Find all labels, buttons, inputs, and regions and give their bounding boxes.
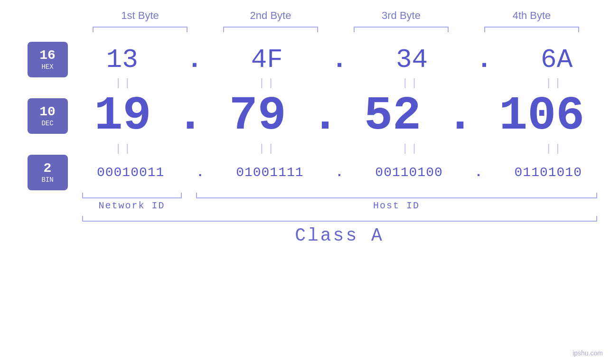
dec-badge-number: 10 [39, 105, 56, 120]
byte4-label: 4th Byte [479, 9, 584, 22]
bin-val-2: 01001111 [236, 165, 303, 180]
dec-row: 10 DEC 19 . 79 . 52 . 106 [13, 89, 597, 143]
eq2-3: || [392, 143, 430, 155]
equals-row-1: || || || || [13, 77, 597, 89]
byte3-label: 3rd Byte [349, 9, 453, 22]
byte1-label: 1st Byte [88, 9, 192, 22]
dec-dot-2: . [311, 89, 339, 143]
dec-badge: 10 DEC [28, 98, 68, 134]
dec-val-1: 19 [94, 89, 151, 143]
host-bracket-group: Host ID [196, 193, 597, 211]
hex-val-3: 34 [396, 45, 428, 75]
bottom-brackets-row: Network ID Host ID [13, 193, 597, 211]
hex-dot-2: . [331, 45, 347, 75]
hex-badge: 16 HEX [28, 42, 68, 77]
top-brackets [75, 27, 597, 32]
hex-values: 13 . 4F . 34 . 6A [82, 45, 597, 75]
bin-row: 2 BIN 00010011 . 01001111 . 00110100 . 0… [13, 155, 597, 190]
byte-headers: 1st Byte 2nd Byte 3rd Byte 4th Byte [75, 9, 597, 22]
dec-val-2: 79 [229, 89, 286, 143]
host-id-label: Host ID [373, 200, 420, 211]
dec-badge-area: 10 DEC [13, 98, 82, 134]
bin-dot-2: . [333, 165, 345, 180]
equals-row-2: || || || || [13, 143, 597, 155]
bin-val-3: 00110100 [375, 165, 442, 180]
bin-badge-number: 2 [44, 161, 52, 176]
bin-badge: 2 BIN [28, 155, 68, 190]
bracket-top-2 [223, 27, 318, 32]
dec-val-4: 106 [499, 89, 584, 143]
eq1-values: || || || || [82, 77, 597, 89]
eq1-4: || [535, 77, 573, 89]
bin-val-4: 01101010 [515, 165, 582, 180]
bin-dot-1: . [194, 165, 206, 180]
bin-badge-label: BIN [41, 176, 53, 184]
dec-dot-1: . [176, 89, 205, 143]
dec-badge-label: DEC [41, 120, 53, 127]
bin-dot-3: . [473, 165, 485, 180]
bracket-top-4 [484, 27, 579, 32]
network-id-label: Network ID [98, 200, 165, 211]
dec-values: 19 . 79 . 52 . 106 [82, 89, 597, 143]
hex-badge-area: 16 HEX [13, 42, 82, 77]
dec-dot-3: . [446, 89, 474, 143]
eq1-2: || [249, 77, 287, 89]
hex-dot-3: . [476, 45, 492, 75]
hex-val-2: 4F [251, 45, 283, 75]
eq2-1: || [105, 143, 143, 155]
bracket-top-3 [354, 27, 449, 32]
byte2-label: 2nd Byte [218, 9, 323, 22]
eq2-4: || [535, 143, 573, 155]
bracket-bottom-host [196, 193, 597, 198]
main-container: 1st Byte 2nd Byte 3rd Byte 4th Byte 16 H… [0, 0, 610, 364]
class-group: Class A [82, 216, 597, 246]
dec-val-3: 52 [364, 89, 421, 143]
bin-values: 00010011 . 01001111 . 00110100 . 0110101… [82, 165, 597, 180]
bracket-bottom-network [82, 193, 182, 198]
bracket-bottom-class [82, 216, 597, 222]
class-label: Class A [295, 225, 384, 246]
class-bracket-row: Class A [13, 216, 597, 246]
network-bracket-group: Network ID [82, 193, 182, 211]
hex-badge-label: HEX [41, 63, 53, 71]
bracket-top-1 [93, 27, 188, 32]
hex-val-4: 6A [541, 45, 572, 75]
bin-val-1: 00010011 [97, 165, 164, 180]
eq1-1: || [105, 77, 143, 89]
hex-dot-1: . [187, 45, 203, 75]
eq2-2: || [249, 143, 287, 155]
hex-row: 16 HEX 13 . 4F . 34 . 6A [13, 42, 597, 77]
eq2-values: || || || || [82, 143, 597, 155]
hex-val-1: 13 [106, 45, 138, 75]
watermark: ipshu.com [572, 349, 603, 357]
hex-badge-number: 16 [39, 48, 56, 63]
eq1-3: || [392, 77, 430, 89]
bin-badge-area: 2 BIN [13, 155, 82, 190]
